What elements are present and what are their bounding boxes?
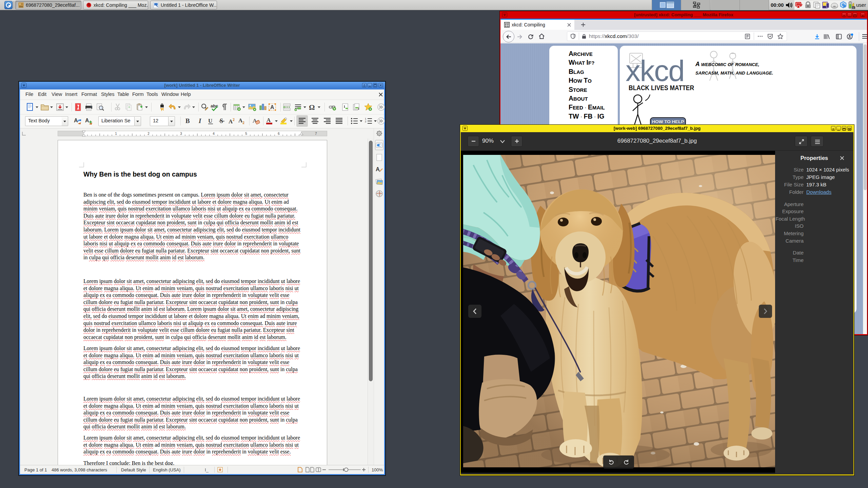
- svg-text:abc: abc: [211, 103, 218, 108]
- svg-text:U: U: [208, 118, 212, 124]
- svg-text:i: i: [358, 107, 359, 110]
- svg-text:xkcd: xkcd: [626, 54, 684, 87]
- svg-text:A: A: [376, 166, 380, 172]
- svg-text:B: B: [185, 117, 190, 124]
- svg-text:60: 60: [852, 7, 855, 9]
- svg-text:2: 2: [365, 120, 367, 123]
- svg-text:Ω: Ω: [309, 103, 315, 111]
- svg-text:1: 1: [115, 132, 117, 136]
- svg-text:6: 6: [278, 132, 280, 136]
- svg-text:A: A: [267, 117, 271, 123]
- svg-text:A: A: [270, 104, 274, 110]
- svg-text:A: A: [74, 118, 78, 123]
- svg-text:A: A: [85, 118, 89, 123]
- svg-text:4: 4: [213, 132, 215, 136]
- svg-text:I: I: [198, 117, 201, 124]
- svg-text:1: 1: [343, 104, 346, 108]
- svg-text:2: 2: [242, 120, 244, 125]
- svg-text:2: 2: [233, 117, 235, 122]
- svg-text:3: 3: [180, 132, 182, 136]
- svg-text:2: 2: [147, 132, 150, 136]
- svg-text:5: 5: [245, 132, 247, 136]
